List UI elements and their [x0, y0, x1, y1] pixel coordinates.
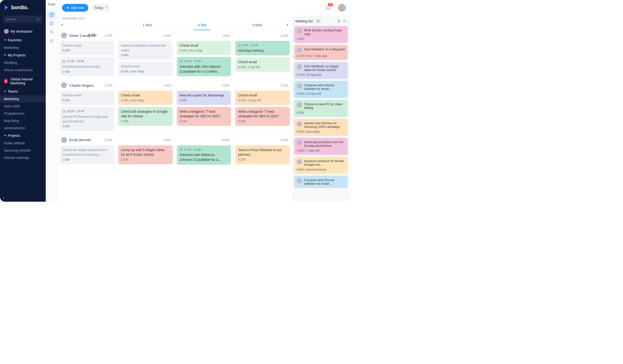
task-card[interactable]: Send a Press Release to our partners0:20…: [235, 145, 290, 164]
waiting-card[interactable]: Give feedback on a blog post0:15h | Exp.…: [294, 45, 348, 60]
org-row[interactable]: G Global Internet Marketing: [0, 75, 46, 87]
card-title: Write a blogpost "7 best strategies for …: [180, 109, 228, 119]
user-avatar[interactable]: [338, 4, 346, 12]
section-my-projects[interactable]: My Projects: [0, 51, 46, 59]
sidebar-item[interactable]: Administration: [0, 124, 46, 132]
task-card[interactable]: Check email0:20h | Due today: [177, 41, 231, 55]
card-title: Check email: [180, 43, 228, 48]
waiting-card[interactable]: Write Bordio Landing Page copy1:00h: [294, 26, 348, 43]
clock-icon: [180, 148, 183, 151]
clock-icon: [63, 110, 66, 113]
sidebar-item[interactable]: Samsung website: [0, 147, 46, 154]
task-card[interactable]: 9:00 - 10:30Morning meeting: [235, 41, 290, 55]
prev-week-button[interactable]: [60, 23, 64, 26]
sidebar-item[interactable]: Marketing: [0, 95, 46, 103]
day-header[interactable]: 3 Wed: [230, 20, 285, 30]
day-header[interactable]: 1 Mon: [120, 20, 175, 30]
sidebar-item[interactable]: Nokia website: [0, 139, 46, 147]
waiting-card[interactable]: Keyword research for Bordio Google Ads..…: [294, 157, 348, 174]
plus-icon: [337, 19, 341, 23]
waiting-card[interactable]: Upload new banners to Samsung GDN campai…: [294, 119, 348, 136]
task-card[interactable]: 11:00 - 11:40Interview with Rebecca John…: [177, 145, 231, 165]
search-icon: [343, 19, 347, 23]
day-column: Check email0:20h | 2 days leftWrite a bl…: [233, 91, 292, 134]
day-header[interactable]: 4 Thu: [65, 30, 120, 40]
card-meta: 3:00h: [238, 119, 287, 124]
waiting-avatar: [297, 159, 302, 165]
task-card[interactable]: Check email0:20h | Due today: [118, 91, 173, 105]
notifications-button[interactable]: 23: [325, 5, 331, 10]
task-card[interactable]: Write a blogpost "7 best strategies for …: [235, 107, 290, 126]
task-card[interactable]: Create 5+ target audiences in Facebook f…: [60, 145, 114, 164]
task-card[interactable]: Come up with 5 slogan ideas for ALP Guit…: [118, 145, 173, 164]
add-new-button[interactable]: Add new: [62, 4, 88, 12]
chevron-down-icon: [4, 39, 6, 41]
waiting-title: Compare and choose software for email...: [304, 178, 345, 185]
waiting-meta: 3:00h | 13 days left: [297, 92, 345, 95]
sidebar-item[interactable]: Deliotte redesign: [0, 154, 46, 161]
card-title: Create 5+ target audiences in Facebook f…: [63, 148, 111, 157]
task-card[interactable]: New Ad copies for Manamaja2:00h: [177, 91, 231, 105]
task-card[interactable]: Write a blogpost "7 best strategies for …: [177, 107, 231, 126]
sidebar-item[interactable]: Marketing: [0, 44, 46, 51]
waiting-card[interactable]: Compare and choose software for email...…: [294, 81, 348, 98]
day-total: 1:00h: [105, 84, 112, 87]
sidebar-item[interactable]: Programmers: [0, 110, 46, 117]
card-title: Come up with 5 slogan ideas for ALP Guit…: [121, 148, 170, 157]
org-name: Global Internet Marketing: [10, 77, 42, 85]
task-card[interactable]: 10:00 - 10:40Weekly planning session1:40…: [60, 57, 114, 76]
card-title: Weekly planning session: [63, 64, 111, 69]
month-label: September 2021: [58, 16, 292, 20]
rail-calendar[interactable]: 31: [47, 10, 56, 19]
task-card[interactable]: Check email0:20h | Due today: [118, 62, 173, 76]
card-meta: 0:45h: [121, 53, 170, 57]
rail-settings[interactable]: [47, 37, 56, 45]
logo[interactable]: bordio.: [0, 0, 46, 16]
waiting-card[interactable]: Give feedback on slogan ideas for Guitar…: [294, 62, 348, 79]
section-favorites[interactable]: Favorites: [0, 36, 46, 44]
org-avatar: G: [4, 79, 8, 84]
task-card[interactable]: Make competitors analysis for Nokia0:45h: [118, 41, 173, 60]
task-card[interactable]: Check email0:20h | 2 days left: [235, 91, 290, 105]
section-projects[interactable]: Projects: [0, 132, 46, 139]
card-time: 11:00 - 11:40: [184, 148, 201, 152]
rail-notes[interactable]: [47, 19, 56, 27]
tools-rail: Tools 31: [46, 0, 58, 202]
search-input[interactable]: Search...: [3, 16, 42, 23]
waiting-card[interactable]: Compare and choose software for email...: [294, 176, 348, 188]
workspace-row[interactable]: My workspace: [0, 26, 46, 36]
plus-icon: [67, 6, 69, 9]
card-meta: 0:20h: [121, 119, 170, 124]
sidebar-collapse[interactable]: [0, 194, 46, 202]
sidebar-item[interactable]: Sales B2B: [0, 103, 46, 110]
task-card[interactable]: Check email0:20h: [60, 41, 114, 55]
card-time: 10:00 - 10:40: [67, 109, 84, 113]
sidebar-item[interactable]: House construction: [0, 66, 46, 74]
sidebar-item[interactable]: Wedding: [0, 59, 46, 66]
today-button[interactable]: Today: [91, 4, 111, 12]
task-card[interactable]: Check email0:20h: [60, 91, 114, 105]
waiting-title: Select good photos from the Sunday photo…: [304, 140, 345, 148]
waiting-search-button[interactable]: [343, 19, 347, 23]
note-icon: [49, 21, 54, 26]
day-total: 1:50h: [280, 34, 288, 37]
task-card[interactable]: Check email0:20h | 1 day left: [235, 57, 290, 71]
card-meta: 1:40h: [63, 70, 111, 74]
task-card[interactable]: 10:00 - 10:40Check FB Banner Design and …: [60, 107, 114, 131]
task-card[interactable]: 10:00 - 10:40Interview with John Warner …: [177, 57, 231, 76]
waiting-card[interactable]: Choose a new PC for video editing0:30h: [294, 100, 348, 117]
waiting-title: Waiting list: [295, 19, 313, 23]
section-teams[interactable]: Teams: [0, 87, 46, 95]
day-header[interactable]: 2 Tue: [175, 20, 230, 30]
task-card[interactable]: Check bid strategies in Google Ads for G…: [118, 107, 173, 126]
rail-people[interactable]: [47, 28, 56, 36]
workspace-label: My workspace: [11, 29, 32, 33]
card-title: Check bid strategies in Google Ads for G…: [121, 109, 170, 119]
waiting-title: Choose a new PC for video editing: [304, 102, 345, 109]
sidebar-item[interactable]: Bug fixing: [0, 117, 46, 124]
waiting-meta: 0:30h: [297, 111, 345, 114]
waiting-card[interactable]: Select good photos from the Sunday photo…: [294, 138, 348, 155]
chevron-down-icon: [4, 54, 6, 56]
next-week-button[interactable]: [286, 23, 289, 26]
waiting-add-button[interactable]: [337, 19, 341, 23]
